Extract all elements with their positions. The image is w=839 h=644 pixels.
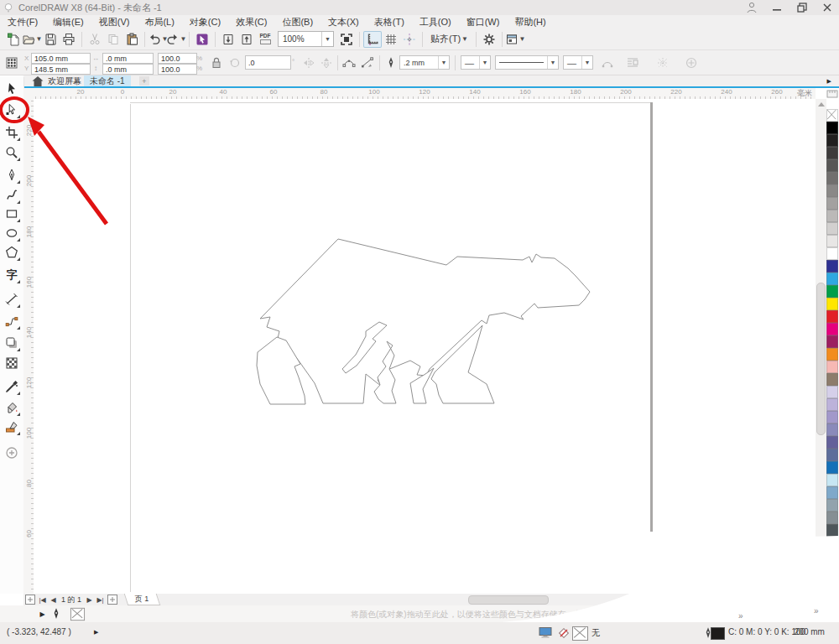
first-page-button[interactable]: |◀: [37, 595, 48, 605]
color-swatch[interactable]: [826, 398, 838, 411]
color-swatch[interactable]: [826, 335, 838, 348]
color-swatch[interactable]: [826, 310, 838, 323]
freehand-tool[interactable]: [3, 167, 20, 184]
color-swatch[interactable]: [826, 222, 838, 235]
menu-item-11[interactable]: 帮助(H): [507, 15, 553, 29]
last-page-button[interactable]: ▶|: [95, 595, 106, 605]
user-account-icon[interactable]: [745, 2, 758, 13]
menu-item-9[interactable]: 工具(O): [412, 15, 459, 29]
width-field[interactable]: .0 mm: [102, 53, 154, 64]
color-swatch[interactable]: [826, 499, 838, 512]
fullscreen-button[interactable]: [337, 31, 356, 48]
page-options-icon[interactable]: [23, 595, 37, 605]
lock-ratio-icon[interactable]: [210, 56, 223, 70]
color-swatch[interactable]: [826, 323, 838, 335]
color-swatch[interactable]: [826, 235, 838, 247]
add-tools-button[interactable]: [3, 444, 20, 461]
outline-width-select[interactable]: .2 mm▼: [399, 55, 450, 70]
tab-document[interactable]: 未命名 -1: [84, 75, 131, 86]
x-position-field[interactable]: 105.0 mm: [31, 53, 91, 64]
tab-scroll-right[interactable]: ▶: [821, 75, 837, 86]
color-swatch[interactable]: [826, 147, 838, 159]
color-swatch[interactable]: [826, 159, 838, 172]
color-swatch[interactable]: [826, 461, 838, 474]
next-page-button[interactable]: ▶: [84, 595, 95, 605]
ellipse-tool[interactable]: [3, 225, 20, 242]
menu-item-1[interactable]: 编辑(E): [45, 15, 91, 29]
restore-icon[interactable]: [795, 2, 809, 13]
search-replace-button[interactable]: [193, 31, 211, 48]
pdf-button[interactable]: PDF: [256, 31, 274, 48]
node-align-icon[interactable]: [361, 56, 374, 70]
menu-item-6[interactable]: 位图(B): [274, 15, 320, 29]
snap-to-button[interactable]: 贴齐(T)▼: [426, 31, 472, 48]
close-icon[interactable]: [821, 2, 834, 13]
show-rulers-button[interactable]: [363, 31, 382, 48]
add-page-icon[interactable]: [106, 595, 119, 605]
eyedropper-tool[interactable]: [3, 378, 20, 395]
scroll-up-icon[interactable]: [818, 102, 825, 106]
scale-y-field[interactable]: 100.0: [158, 64, 197, 75]
color-swatch[interactable]: [826, 449, 838, 461]
rectangle-tool[interactable]: [3, 205, 20, 222]
open-button[interactable]: ▼: [23, 31, 41, 48]
menu-item-3[interactable]: 布局(L): [137, 15, 181, 29]
menu-item-7[interactable]: 文本(X): [320, 15, 367, 29]
zoom-tool[interactable]: [3, 144, 20, 161]
minimize-icon[interactable]: [770, 2, 784, 13]
color-swatch[interactable]: [826, 436, 838, 449]
prev-page-button[interactable]: ◀: [48, 595, 59, 605]
color-swatch[interactable]: [826, 537, 838, 549]
shape-tool[interactable]: [3, 101, 20, 118]
horizontal-ruler[interactable]: 20020406080100120140160180200220240260: [34, 88, 816, 100]
color-swatch[interactable]: [826, 524, 838, 537]
vertical-scrollbar[interactable]: [816, 99, 826, 594]
tray-flyout-icon[interactable]: ▶: [37, 609, 48, 619]
palette-chevron[interactable]: »: [814, 606, 819, 615]
status-flyout-icon[interactable]: ▶: [94, 629, 98, 636]
crop-tool[interactable]: [3, 124, 20, 141]
color-swatch[interactable]: [826, 298, 838, 310]
color-swatch[interactable]: [826, 172, 838, 184]
transparency-tool[interactable]: [3, 355, 20, 371]
shadow-tool[interactable]: [3, 335, 20, 351]
height-field[interactable]: .0 mm: [102, 64, 154, 75]
redo-button[interactable]: ▼: [167, 31, 185, 48]
color-swatch[interactable]: [826, 285, 838, 298]
color-swatch[interactable]: [826, 512, 838, 524]
zoom-level-select[interactable]: 100%▼: [278, 31, 334, 47]
color-swatch[interactable]: [826, 273, 838, 285]
node-edit-icon[interactable]: [342, 56, 356, 70]
color-swatch[interactable]: [826, 411, 838, 423]
mirror-vertical-icon[interactable]: [320, 56, 333, 70]
mirror-horizontal-icon[interactable]: [302, 56, 315, 70]
export-button[interactable]: [237, 31, 256, 48]
docker-chevron[interactable]: »: [738, 611, 743, 621]
menu-item-5[interactable]: 效果(C): [228, 15, 274, 29]
launcher-button[interactable]: ▼: [506, 31, 524, 48]
color-swatch[interactable]: [826, 373, 838, 386]
tab-welcome-screen[interactable]: 欢迎屏幕: [25, 75, 87, 86]
tray-pen-icon[interactable]: [50, 607, 63, 621]
options-gear-button[interactable]: [480, 31, 498, 48]
color-swatch[interactable]: [826, 486, 838, 499]
paste-button[interactable]: [122, 31, 141, 48]
bear-outline-drawing[interactable]: [34, 99, 816, 594]
no-color-swatch[interactable]: [826, 109, 838, 122]
color-swatch[interactable]: [826, 247, 838, 260]
connector-tool[interactable]: [3, 313, 20, 330]
smart-fill-tool[interactable]: [3, 418, 20, 435]
save-button[interactable]: [41, 31, 60, 48]
color-swatch[interactable]: [826, 361, 838, 373]
color-swatch[interactable]: [826, 197, 838, 210]
menu-item-4[interactable]: 对象(C): [182, 15, 228, 29]
color-swatch[interactable]: [826, 474, 838, 486]
artistic-media-tool[interactable]: [3, 187, 20, 204]
document-color-settings-icon[interactable]: [539, 626, 552, 640]
print-button[interactable]: [60, 31, 78, 48]
rotation-angle-field[interactable]: .0: [245, 55, 291, 70]
import-button[interactable]: [219, 31, 237, 48]
scale-x-field[interactable]: 100.0: [158, 53, 197, 64]
color-swatch[interactable]: [826, 386, 838, 398]
menu-item-0[interactable]: 文件(F): [0, 15, 45, 29]
